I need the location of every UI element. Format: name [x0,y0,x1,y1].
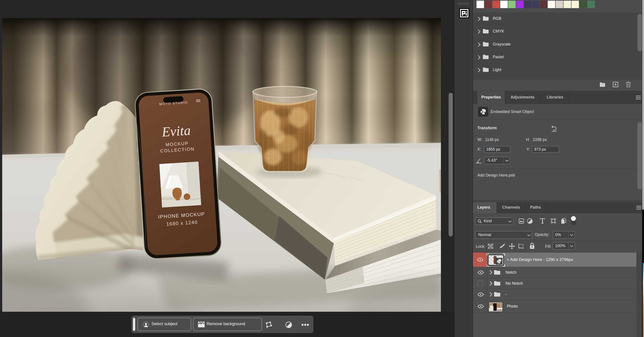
svg-text:Evita: Evita [161,123,191,139]
